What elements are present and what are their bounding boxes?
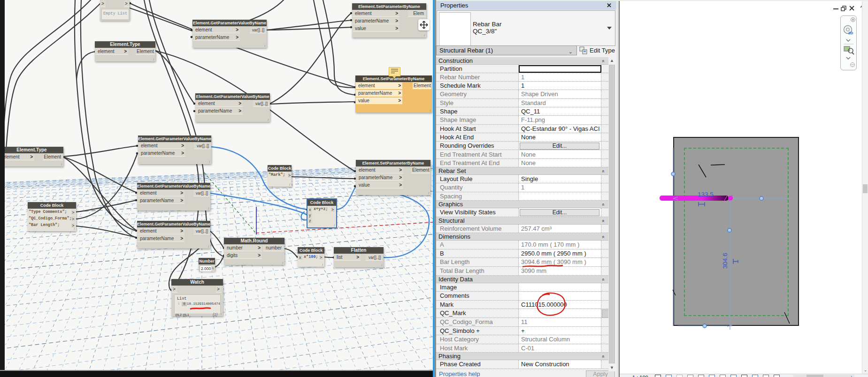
svg-text:304.6: 304.6 [722,253,729,269]
svg-text:133.5: 133.5 [698,191,714,198]
svg-text:2D: 2D [848,31,853,35]
